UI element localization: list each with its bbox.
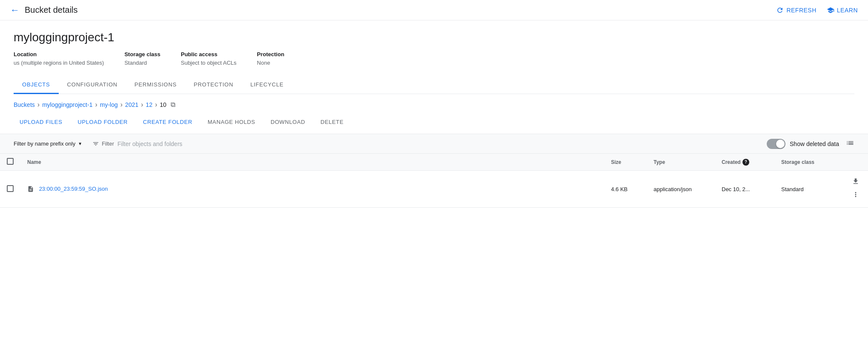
protection-value: None xyxy=(257,60,270,66)
storage-class-label: Storage class xyxy=(124,51,160,57)
row-size: 4.6 KB xyxy=(604,171,647,208)
row-filename[interactable]: 23:00:00_23:59:59_SO.json xyxy=(39,186,108,192)
learn-icon xyxy=(827,6,834,14)
row-name-cell: 23:00:00_23:59:59_SO.json xyxy=(20,171,604,208)
refresh-icon xyxy=(776,6,784,14)
filter-prefix-label: Filter by name prefix only xyxy=(14,140,75,147)
public-access-label: Public access xyxy=(181,51,237,57)
protection-meta: Protection None xyxy=(257,51,284,66)
page-title: Bucket details xyxy=(25,5,78,15)
tab-protection[interactable]: PROTECTION xyxy=(185,76,242,94)
filter-prefix-dropdown[interactable]: Filter by name prefix only ▼ xyxy=(14,140,82,147)
row-checkbox-cell[interactable] xyxy=(0,171,20,208)
breadcrumb: Buckets › myloggingproject-1 › my-log › … xyxy=(0,94,868,112)
file-icon xyxy=(27,186,34,192)
storage-class-value: Standard xyxy=(124,60,147,66)
public-access-meta: Public access Subject to object ACLs xyxy=(181,51,237,66)
th-size: Size xyxy=(604,154,647,171)
back-button[interactable]: ← xyxy=(10,6,20,15)
action-bar: UPLOAD FILES UPLOAD FOLDER CREATE FOLDER… xyxy=(0,112,868,134)
density-toggle-icon[interactable] xyxy=(846,138,854,149)
breadcrumb-10: 10 xyxy=(160,101,167,108)
table-row: 23:00:00_23:59:59_SO.json 4.6 KB applica… xyxy=(0,171,868,208)
tab-lifecycle[interactable]: LIFECYCLE xyxy=(242,76,292,94)
filter-input[interactable] xyxy=(117,140,245,147)
select-all-header[interactable] xyxy=(0,154,20,171)
table-body: 23:00:00_23:59:59_SO.json 4.6 KB applica… xyxy=(0,171,868,208)
delete-button[interactable]: DELETE xyxy=(314,115,349,129)
filter-prefix-caret-icon: ▼ xyxy=(78,141,82,146)
row-actions-cell xyxy=(834,171,868,208)
row-more-button[interactable] xyxy=(850,189,861,202)
th-storage-class: Storage class xyxy=(774,154,834,171)
location-meta: Location us (multiple regions in United … xyxy=(14,51,104,66)
protection-label: Protection xyxy=(257,51,284,57)
refresh-button[interactable]: REFRESH xyxy=(776,6,816,14)
tab-permissions[interactable]: PERMISSIONS xyxy=(126,76,185,94)
th-type: Type xyxy=(647,154,715,171)
select-all-checkbox[interactable] xyxy=(7,158,14,165)
filter-icon xyxy=(92,140,99,147)
top-bar-right: REFRESH LEARN xyxy=(776,6,858,14)
show-deleted-toggle-wrap: Show deleted data xyxy=(767,139,839,149)
row-storage-class: Standard xyxy=(774,171,834,208)
row-created: Dec 10, 2... xyxy=(715,171,774,208)
main-content: myloggingproject-1 Location us (multiple… xyxy=(0,20,868,94)
created-help-icon[interactable]: ? xyxy=(742,159,749,166)
breadcrumb-buckets[interactable]: Buckets xyxy=(14,101,35,108)
storage-class-meta: Storage class Standard xyxy=(124,51,160,66)
top-bar-left: ← Bucket details xyxy=(10,5,78,15)
location-label: Location xyxy=(14,51,104,57)
filter-right: Show deleted data xyxy=(767,138,854,149)
row-checkbox[interactable] xyxy=(7,185,14,192)
filter-input-wrap: Filter xyxy=(92,140,767,147)
learn-button[interactable]: LEARN xyxy=(827,6,858,14)
th-created: Created ? xyxy=(715,154,774,171)
filter-label: Filter xyxy=(102,140,114,147)
location-value: us (multiple regions in United States) xyxy=(14,60,104,66)
tab-objects[interactable]: OBJECTS xyxy=(14,76,59,94)
row-type: application/json xyxy=(647,171,715,208)
bucket-meta: Location us (multiple regions in United … xyxy=(14,51,854,66)
breadcrumb-12[interactable]: 12 xyxy=(146,101,153,108)
breadcrumb-myloggingproject[interactable]: myloggingproject-1 xyxy=(42,101,92,108)
manage-holds-button[interactable]: MANAGE HOLDS xyxy=(202,115,261,129)
th-name: Name xyxy=(20,154,604,171)
filter-bar: Filter by name prefix only ▼ Filter Show… xyxy=(0,134,868,154)
breadcrumb-mylog[interactable]: my-log xyxy=(100,101,118,108)
public-access-value: Subject to object ACLs xyxy=(181,60,237,66)
copy-path-icon[interactable]: ⧉ xyxy=(171,101,175,109)
table-header-row: Name Size Type Created ? Storage class xyxy=(0,154,868,171)
top-bar: ← Bucket details REFRESH LEARN xyxy=(0,0,868,20)
breadcrumb-2021[interactable]: 2021 xyxy=(125,101,138,108)
row-download-button[interactable] xyxy=(850,176,861,189)
download-button[interactable]: DOWNLOAD xyxy=(265,115,311,129)
objects-table: Name Size Type Created ? Storage class xyxy=(0,154,868,208)
create-folder-button[interactable]: CREATE FOLDER xyxy=(137,115,198,129)
show-deleted-toggle[interactable] xyxy=(767,139,785,149)
bucket-name: myloggingproject-1 xyxy=(14,31,854,44)
th-row-actions xyxy=(834,154,868,171)
tab-configuration[interactable]: CONFIGURATION xyxy=(59,76,126,94)
tabs: OBJECTS CONFIGURATION PERMISSIONS PROTEC… xyxy=(14,76,854,94)
upload-folder-button[interactable]: UPLOAD FOLDER xyxy=(71,115,134,129)
upload-files-button[interactable]: UPLOAD FILES xyxy=(14,115,68,129)
show-deleted-label: Show deleted data xyxy=(790,140,839,147)
